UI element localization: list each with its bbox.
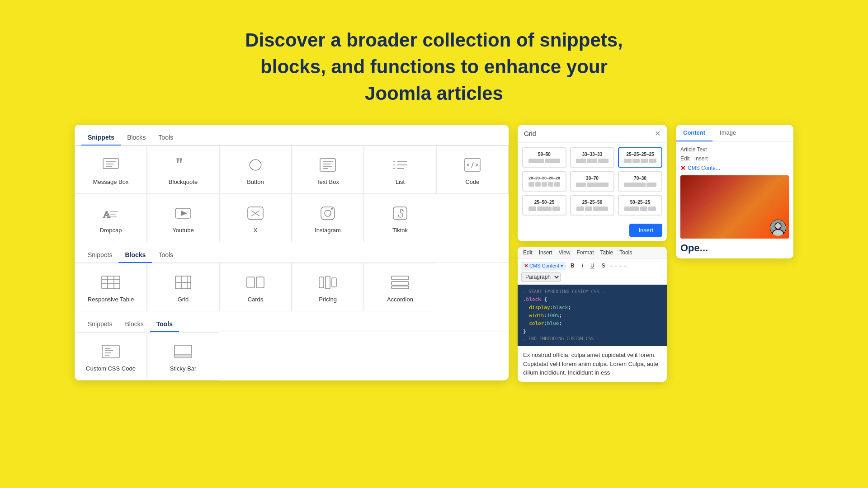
editor-body: Ex nostrud officia, culpa amet cupidatat… <box>518 346 667 382</box>
svg-rect-44 <box>332 278 336 287</box>
paragraph-select[interactable]: Paragraph <box>521 272 561 282</box>
tab-blocks-2[interactable]: Blocks <box>118 248 152 263</box>
snippet-instagram[interactable]: Instagram <box>292 194 364 242</box>
format-strike[interactable]: S <box>599 261 608 270</box>
tab-snippets-2[interactable]: Snippets <box>81 248 118 263</box>
toolbar-edit[interactable]: Edit <box>523 249 533 256</box>
tab-blocks-1[interactable]: Blocks <box>121 130 152 145</box>
tab-tools-2[interactable]: Tools <box>152 248 179 263</box>
instagram-label: Instagram <box>315 227 341 234</box>
button-icon <box>245 156 266 174</box>
tab-blocks-3[interactable]: Blocks <box>118 317 150 332</box>
svg-point-28 <box>325 210 331 216</box>
right-insert-btn[interactable]: Insert <box>694 155 708 162</box>
right-tab-image[interactable]: Image <box>712 125 743 141</box>
hero-section: Discover a broader collection of snippet… <box>0 0 868 125</box>
grid-option-25-50-25[interactable]: 25–50–25 <box>522 195 566 216</box>
cms-x-icon: ✕ <box>524 263 528 269</box>
grid-option-25-25-50[interactable]: 25–25–50 <box>570 195 614 216</box>
youtube-label: Youtube <box>172 227 193 234</box>
list-icon <box>389 156 411 174</box>
tab-snippets-1[interactable]: Snippets <box>81 130 121 145</box>
textbox-label: Text Box <box>316 178 339 185</box>
responsive-table-icon <box>100 273 122 291</box>
dropcap-icon: A <box>100 204 122 222</box>
grid-option-50-25-25[interactable]: 50–25–25 <box>618 195 662 216</box>
block-pricing[interactable]: Pricing <box>292 263 364 311</box>
toolbar-table[interactable]: Table <box>600 249 613 256</box>
textbox-icon <box>317 156 339 174</box>
toolbar-format[interactable]: Format <box>577 249 594 256</box>
format-italic[interactable]: I <box>579 261 586 270</box>
grid-option-70-30[interactable]: 70–30 <box>618 171 662 192</box>
code-icon <box>462 156 483 174</box>
toolbar-insert[interactable]: Insert <box>539 249 552 256</box>
tool-sticky-bar[interactable]: Sticky Bar <box>147 332 219 380</box>
code-area: — START EMBEDDING CUSTOM CSS — .block { … <box>518 285 667 346</box>
format-align-right[interactable]: ≡ <box>619 263 622 268</box>
grid-option-25-25-25-25[interactable]: 25–25–25–25 <box>618 147 662 168</box>
blockquote-label: Blockquote <box>169 178 198 185</box>
snippet-button[interactable]: Button <box>219 145 292 194</box>
snippet-code[interactable]: Code <box>436 145 509 194</box>
snippet-list[interactable]: List <box>364 145 436 194</box>
insert-btn-wrap: Insert <box>518 220 667 241</box>
format-align-justify[interactable]: ≡ <box>624 263 627 268</box>
dropcap-label: Dropcap <box>99 227 122 234</box>
message-box-label: Message Box <box>93 178 129 185</box>
format-underline[interactable]: U <box>588 261 597 270</box>
insert-button[interactable]: Insert <box>629 224 662 237</box>
snippet-youtube[interactable]: Youtube <box>147 194 219 242</box>
svg-rect-46 <box>392 282 409 285</box>
empty-cell-5 <box>364 332 436 380</box>
svg-marker-23 <box>181 211 187 216</box>
grid-option-50-50[interactable]: 50–50 <box>522 147 566 168</box>
cms-chevron: ▾ <box>561 263 563 269</box>
youtube-icon <box>172 204 194 222</box>
snippet-dropcap[interactable]: A Dropcap <box>75 194 147 242</box>
snippets-grid: Message Box " Blockquote Button <box>75 145 509 194</box>
svg-point-29 <box>331 208 333 210</box>
snippet-textbox[interactable]: Text Box <box>292 145 364 194</box>
grid-option-20x5[interactable]: 20–20–20–20–20 <box>522 171 566 192</box>
toolbar-view[interactable]: View <box>559 249 571 256</box>
snippet-x[interactable]: X <box>219 194 292 242</box>
svg-rect-5 <box>320 159 335 171</box>
right-tab-content[interactable]: Content <box>676 125 712 141</box>
editor-toolbar: Edit Insert View Format Table Tools <box>518 247 667 259</box>
snippet-message-box[interactable]: Message Box <box>75 145 147 194</box>
tab-tools-3[interactable]: Tools <box>150 317 179 332</box>
hero-title: Discover a broader collection of snippet… <box>231 27 637 107</box>
right-edit-btn[interactable]: Edit <box>680 155 690 162</box>
grid-option-30-70[interactable]: 30–70 <box>570 171 614 192</box>
block-responsive-table[interactable]: Responsive Table <box>75 263 147 311</box>
article-image <box>680 175 789 239</box>
tab-snippets-3[interactable]: Snippets <box>81 317 118 332</box>
format-bold[interactable]: B <box>568 261 577 270</box>
svg-rect-54 <box>175 354 192 358</box>
editor-panel: Edit Insert View Format Table Tools ✕ CM… <box>518 247 667 381</box>
svg-rect-41 <box>256 277 264 288</box>
format-align-left[interactable]: ≡ <box>610 263 613 268</box>
cms-badge[interactable]: ✕ CMS Content ▾ <box>521 262 566 270</box>
custom-css-icon <box>100 343 122 361</box>
panels-container: Snippets Blocks Tools Message Box <box>0 125 868 381</box>
toolbar-tools[interactable]: Tools <box>619 249 632 256</box>
tool-custom-css[interactable]: Custom CSS Code <box>75 332 147 380</box>
grid-icon <box>172 273 194 291</box>
snippet-tiktok[interactable]: Tiktok <box>364 194 436 242</box>
right-panel-content: Article Text Edit Insert ✕ CMS Conte... <box>676 142 793 258</box>
button-label: Button <box>247 178 264 185</box>
tab-tools-1[interactable]: Tools <box>152 130 179 145</box>
accordion-icon <box>389 273 411 291</box>
pricing-label: Pricing <box>319 296 337 303</box>
grid-panel-close[interactable]: ✕ <box>655 129 660 138</box>
snippet-blockquote[interactable]: " Blockquote <box>147 145 219 194</box>
block-accordion[interactable]: Accordion <box>364 263 436 311</box>
svg-text:": " <box>176 158 183 172</box>
block-cards[interactable]: Cards <box>219 263 292 311</box>
editor-body-text: Ex nostrud officia, culpa amet cupidatat… <box>523 352 658 376</box>
format-align-center[interactable]: ≡ <box>614 263 617 268</box>
block-grid[interactable]: Grid <box>147 263 219 311</box>
grid-option-33-33-33[interactable]: 33–33–33 <box>570 147 614 168</box>
